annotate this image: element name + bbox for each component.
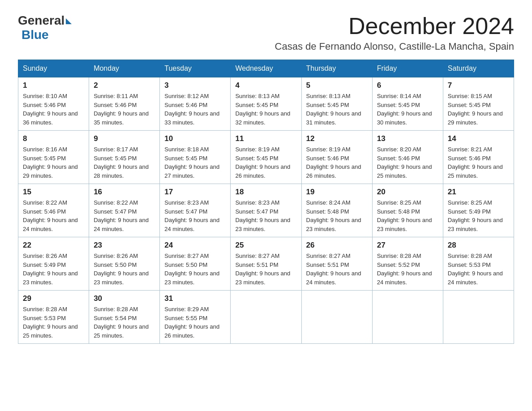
page-header: General Blue December 2024 Casas de Fern…	[18, 13, 514, 52]
day-info: Sunrise: 8:20 AMSunset: 5:46 PMDaylight:…	[377, 145, 438, 180]
calendar-week-row: 1Sunrise: 8:10 AMSunset: 5:46 PMDaylight…	[18, 77, 514, 131]
day-number: 10	[164, 134, 226, 143]
calendar-day-cell: 19Sunrise: 8:24 AMSunset: 5:48 PMDayligh…	[301, 184, 372, 237]
day-info: Sunrise: 8:12 AMSunset: 5:46 PMDaylight:…	[164, 92, 226, 127]
calendar-day-cell: 10Sunrise: 8:18 AMSunset: 5:45 PMDayligh…	[160, 131, 231, 184]
day-info: Sunrise: 8:28 AMSunset: 5:53 PMDaylight:…	[23, 305, 84, 340]
day-info: Sunrise: 8:13 AMSunset: 5:45 PMDaylight:…	[306, 92, 368, 127]
day-number: 21	[448, 188, 509, 197]
weekday-header-monday: Monday	[89, 60, 160, 77]
day-info: Sunrise: 8:19 AMSunset: 5:46 PMDaylight:…	[306, 145, 368, 180]
calendar-day-cell	[443, 291, 514, 344]
calendar-day-cell: 23Sunrise: 8:26 AMSunset: 5:50 PMDayligh…	[89, 237, 160, 291]
calendar-day-cell: 4Sunrise: 8:13 AMSunset: 5:45 PMDaylight…	[231, 77, 301, 131]
day-info: Sunrise: 8:27 AMSunset: 5:50 PMDaylight:…	[164, 252, 226, 287]
day-info: Sunrise: 8:22 AMSunset: 5:47 PMDaylight:…	[94, 198, 155, 233]
day-number: 3	[164, 81, 226, 90]
calendar-day-cell: 7Sunrise: 8:15 AMSunset: 5:45 PMDaylight…	[443, 77, 514, 131]
day-number: 19	[306, 188, 368, 197]
day-info: Sunrise: 8:23 AMSunset: 5:47 PMDaylight:…	[235, 198, 296, 233]
calendar-day-cell: 26Sunrise: 8:27 AMSunset: 5:51 PMDayligh…	[301, 237, 372, 291]
day-number: 14	[448, 134, 509, 143]
calendar-day-cell: 9Sunrise: 8:17 AMSunset: 5:45 PMDaylight…	[89, 131, 160, 184]
day-number: 13	[377, 134, 438, 143]
calendar-day-cell: 6Sunrise: 8:14 AMSunset: 5:45 PMDaylight…	[372, 77, 443, 131]
calendar-day-cell: 29Sunrise: 8:28 AMSunset: 5:53 PMDayligh…	[18, 291, 89, 344]
day-info: Sunrise: 8:19 AMSunset: 5:45 PMDaylight:…	[235, 145, 296, 180]
day-info: Sunrise: 8:28 AMSunset: 5:54 PMDaylight:…	[94, 305, 155, 340]
day-number: 24	[164, 241, 226, 250]
calendar-day-cell: 11Sunrise: 8:19 AMSunset: 5:45 PMDayligh…	[231, 131, 301, 184]
calendar-week-row: 22Sunrise: 8:26 AMSunset: 5:49 PMDayligh…	[18, 237, 514, 291]
day-info: Sunrise: 8:22 AMSunset: 5:46 PMDaylight:…	[23, 198, 84, 233]
weekday-header-saturday: Saturday	[443, 60, 514, 77]
day-info: Sunrise: 8:14 AMSunset: 5:45 PMDaylight:…	[377, 92, 438, 127]
calendar-day-cell: 5Sunrise: 8:13 AMSunset: 5:45 PMDaylight…	[301, 77, 372, 131]
calendar-day-cell: 21Sunrise: 8:25 AMSunset: 5:49 PMDayligh…	[443, 184, 514, 237]
day-number: 26	[306, 241, 368, 250]
day-info: Sunrise: 8:27 AMSunset: 5:51 PMDaylight:…	[306, 252, 368, 287]
day-number: 30	[94, 294, 155, 303]
calendar-day-cell: 16Sunrise: 8:22 AMSunset: 5:47 PMDayligh…	[89, 184, 160, 237]
day-number: 11	[235, 134, 296, 143]
day-number: 12	[306, 134, 368, 143]
logo-general-text: General	[18, 13, 64, 28]
weekday-header-tuesday: Tuesday	[160, 60, 231, 77]
weekday-header-wednesday: Wednesday	[231, 60, 301, 77]
day-info: Sunrise: 8:24 AMSunset: 5:48 PMDaylight:…	[306, 198, 368, 233]
weekday-header-sunday: Sunday	[18, 60, 89, 77]
calendar-day-cell: 8Sunrise: 8:16 AMSunset: 5:45 PMDaylight…	[18, 131, 89, 184]
calendar-day-cell: 15Sunrise: 8:22 AMSunset: 5:46 PMDayligh…	[18, 184, 89, 237]
calendar-day-cell: 20Sunrise: 8:25 AMSunset: 5:48 PMDayligh…	[372, 184, 443, 237]
location-subtitle: Casas de Fernando Alonso, Castille-La Ma…	[275, 41, 514, 52]
day-number: 20	[377, 188, 438, 197]
calendar-day-cell: 3Sunrise: 8:12 AMSunset: 5:46 PMDaylight…	[160, 77, 231, 131]
calendar-day-cell: 2Sunrise: 8:11 AMSunset: 5:46 PMDaylight…	[89, 77, 160, 131]
day-number: 17	[164, 188, 226, 197]
day-info: Sunrise: 8:17 AMSunset: 5:45 PMDaylight:…	[94, 145, 155, 180]
logo-triangle-icon	[66, 18, 72, 24]
weekday-header-row: SundayMondayTuesdayWednesdayThursdayFrid…	[18, 60, 514, 77]
day-number: 27	[377, 241, 438, 250]
weekday-header-thursday: Thursday	[301, 60, 372, 77]
calendar-day-cell: 24Sunrise: 8:27 AMSunset: 5:50 PMDayligh…	[160, 237, 231, 291]
calendar-day-cell	[231, 291, 301, 344]
day-number: 29	[23, 294, 84, 303]
day-info: Sunrise: 8:26 AMSunset: 5:50 PMDaylight:…	[94, 252, 155, 287]
calendar-day-cell: 17Sunrise: 8:23 AMSunset: 5:47 PMDayligh…	[160, 184, 231, 237]
day-number: 15	[23, 188, 84, 197]
calendar-day-cell: 13Sunrise: 8:20 AMSunset: 5:46 PMDayligh…	[372, 131, 443, 184]
day-info: Sunrise: 8:11 AMSunset: 5:46 PMDaylight:…	[94, 92, 155, 127]
day-info: Sunrise: 8:15 AMSunset: 5:45 PMDaylight:…	[448, 92, 509, 127]
day-info: Sunrise: 8:25 AMSunset: 5:49 PMDaylight:…	[448, 198, 509, 233]
day-info: Sunrise: 8:27 AMSunset: 5:51 PMDaylight:…	[235, 252, 296, 287]
calendar-day-cell: 12Sunrise: 8:19 AMSunset: 5:46 PMDayligh…	[301, 131, 372, 184]
day-info: Sunrise: 8:18 AMSunset: 5:45 PMDaylight:…	[164, 145, 226, 180]
day-number: 1	[23, 81, 84, 90]
day-info: Sunrise: 8:13 AMSunset: 5:45 PMDaylight:…	[235, 92, 296, 127]
day-number: 16	[94, 188, 155, 197]
day-number: 8	[23, 134, 84, 143]
day-info: Sunrise: 8:26 AMSunset: 5:49 PMDaylight:…	[23, 252, 84, 287]
day-number: 25	[235, 241, 296, 250]
calendar-day-cell: 28Sunrise: 8:28 AMSunset: 5:53 PMDayligh…	[443, 237, 514, 291]
day-info: Sunrise: 8:25 AMSunset: 5:48 PMDaylight:…	[377, 198, 438, 233]
day-info: Sunrise: 8:29 AMSunset: 5:55 PMDaylight:…	[164, 305, 226, 340]
calendar-day-cell: 30Sunrise: 8:28 AMSunset: 5:54 PMDayligh…	[89, 291, 160, 344]
day-number: 9	[94, 134, 155, 143]
calendar-day-cell	[301, 291, 372, 344]
day-number: 2	[94, 81, 155, 90]
day-number: 22	[23, 241, 84, 250]
logo: General Blue	[18, 13, 72, 42]
month-title: December 2024	[275, 13, 514, 39]
weekday-header-friday: Friday	[372, 60, 443, 77]
day-info: Sunrise: 8:10 AMSunset: 5:46 PMDaylight:…	[23, 92, 84, 127]
calendar-week-row: 29Sunrise: 8:28 AMSunset: 5:53 PMDayligh…	[18, 291, 514, 344]
calendar-day-cell: 1Sunrise: 8:10 AMSunset: 5:46 PMDaylight…	[18, 77, 89, 131]
title-block: December 2024 Casas de Fernando Alonso, …	[275, 13, 514, 52]
calendar-week-row: 8Sunrise: 8:16 AMSunset: 5:45 PMDaylight…	[18, 131, 514, 184]
day-number: 5	[306, 81, 368, 90]
day-number: 4	[235, 81, 296, 90]
day-number: 18	[235, 188, 296, 197]
logo-blue-text: Blue	[21, 28, 49, 42]
